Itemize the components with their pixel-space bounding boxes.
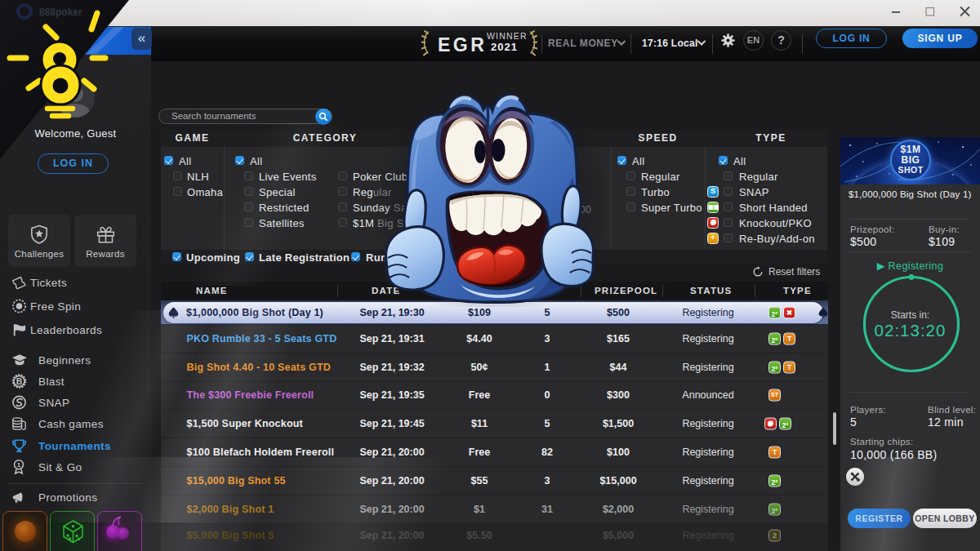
svg-text:B: B: [16, 377, 23, 386]
svg-text:2021: 2021: [491, 41, 518, 53]
svg-text:1: 1: [17, 461, 21, 469]
svg-text:WINNER: WINNER: [487, 31, 528, 41]
svg-text:EGR: EGR: [438, 34, 487, 56]
svg-text:888poker: 888poker: [39, 7, 82, 18]
